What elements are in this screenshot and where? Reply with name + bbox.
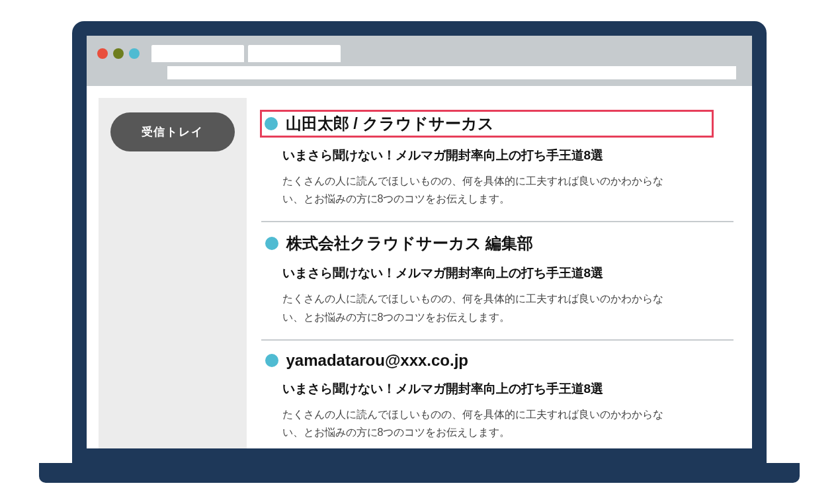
unread-dot-icon — [265, 117, 278, 130]
screen: 受信トレイ 山田太郎 / クラウドサーカス いまさら聞けない！メルマガ開封率向上… — [87, 36, 752, 448]
mail-client: 受信トレイ 山田太郎 / クラウドサーカス いまさら聞けない！メルマガ開封率向上… — [87, 86, 752, 448]
sender-name: 山田太郎 / クラウドサーカス — [286, 113, 494, 134]
browser-tab[interactable] — [248, 45, 341, 62]
mail-preview: たくさんの人に読んでほしいものの、何を具体的に工夫すれば良いのかわからない、とお… — [282, 290, 666, 325]
mail-preview: たくさんの人に読んでほしいものの、何を具体的に工夫すれば良いのかわからない、とお… — [282, 172, 666, 208]
laptop-base — [39, 463, 800, 483]
laptop-bezel: 受信トレイ 山田太郎 / クラウドサーカス いまさら聞けない！メルマガ開封率向上… — [72, 21, 767, 463]
maximize-icon[interactable] — [129, 48, 140, 59]
mail-item[interactable]: 株式会社クラウドサーカス 編集部 いまさら聞けない！メルマガ開封率向上の打ち手王… — [261, 222, 733, 340]
address-bar[interactable] — [167, 66, 736, 79]
sidebar: 受信トレイ — [99, 98, 247, 448]
mail-item[interactable]: yamadatarou@xxx.co.jp いまさら聞けない！メルマガ開封率向上… — [261, 341, 733, 448]
mail-preview: たくさんの人に読んでほしいものの、何を具体的に工夫すれば良いのかわからない、とお… — [282, 405, 666, 441]
sender-row-highlight: 山田太郎 / クラウドサーカス — [260, 110, 714, 138]
mail-item[interactable]: 山田太郎 / クラウドサーカス いまさら聞けない！メルマガ開封率向上の打ち手王道… — [261, 101, 733, 222]
address-row — [97, 62, 741, 86]
laptop-frame: 受信トレイ 山田太郎 / クラウドサーカス いまさら聞けない！メルマガ開封率向上… — [72, 21, 767, 483]
mail-subject: いまさら聞けない！メルマガ開封率向上の打ち手王道8選 — [282, 147, 733, 164]
mail-list: 山田太郎 / クラウドサーカス いまさら聞けない！メルマガ開封率向上の打ち手王道… — [261, 98, 740, 448]
browser-tab[interactable] — [151, 45, 244, 62]
close-icon[interactable] — [97, 48, 108, 59]
sender-name: yamadatarou@xxx.co.jp — [286, 351, 469, 370]
sender-row: 株式会社クラウドサーカス 編集部 — [261, 231, 733, 255]
sender-row: yamadatarou@xxx.co.jp — [261, 350, 733, 371]
folder-inbox[interactable]: 受信トレイ — [110, 112, 235, 151]
unread-dot-icon — [265, 354, 278, 367]
folder-inbox-label: 受信トレイ — [142, 126, 204, 138]
unread-dot-icon — [265, 237, 278, 250]
window-controls — [97, 48, 140, 59]
mail-subject: いまさら聞けない！メルマガ開封率向上の打ち手王道8選 — [282, 265, 733, 282]
sender-name: 株式会社クラウドサーカス 編集部 — [286, 233, 534, 254]
browser-toolbar — [87, 36, 752, 86]
browser-tabs — [151, 45, 341, 62]
minimize-icon[interactable] — [113, 48, 124, 59]
mail-subject: いまさら聞けない！メルマガ開封率向上の打ち手王道8選 — [282, 380, 733, 398]
tab-row — [97, 45, 741, 62]
